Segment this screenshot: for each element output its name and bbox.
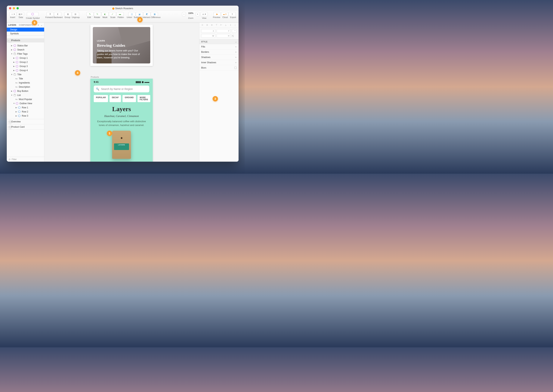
scale-button[interactable]: ⤢ bbox=[109, 12, 116, 16]
group-button[interactable]: ⊞ bbox=[64, 12, 71, 16]
layer-filter-tags[interactable]: ▼Filter Tags bbox=[7, 52, 44, 56]
preview-button[interactable]: ▶ bbox=[213, 12, 221, 16]
align-hcenter-icon[interactable]: ⊪ bbox=[206, 24, 209, 27]
export-button[interactable]: ⇪ bbox=[229, 12, 236, 16]
layer-group-1[interactable]: ▶Group 1 bbox=[7, 56, 44, 60]
difference-button[interactable]: ◨ bbox=[151, 12, 158, 16]
layer-ingredients[interactable]: AaIngredients bbox=[7, 81, 44, 85]
fills-row[interactable]: Fills+ bbox=[199, 44, 239, 49]
hero-title: Brewing Guides bbox=[97, 43, 146, 48]
layer-description[interactable]: AaDescription bbox=[7, 85, 44, 89]
page-design[interactable]: Design bbox=[7, 28, 44, 32]
zoom-out-button[interactable]: − bbox=[182, 12, 186, 16]
blurs-row[interactable]: Blurs bbox=[199, 65, 239, 70]
tab-components[interactable]: COMPONENTS bbox=[19, 24, 33, 26]
layer-product-card[interactable]: ▶Product Card bbox=[7, 124, 44, 130]
create-symbol-button[interactable] bbox=[27, 12, 38, 16]
chip-popular[interactable]: POPULAR bbox=[94, 95, 108, 102]
forward-button[interactable]: ⊼ bbox=[47, 12, 54, 16]
edit-button[interactable]: ✎ bbox=[86, 12, 93, 16]
layer-group-2[interactable]: ▶Group 2 bbox=[7, 60, 44, 64]
canvas[interactable]: LEARN Brewing Guides Taking our beans ho… bbox=[44, 23, 199, 162]
align-left-icon[interactable]: ⊩ bbox=[201, 24, 204, 27]
mask-button[interactable]: ◐ bbox=[101, 12, 109, 16]
status-time: 9:41 bbox=[94, 81, 99, 83]
forward-label: Forward bbox=[45, 16, 53, 18]
zoom-in-button[interactable]: + bbox=[196, 12, 199, 16]
layer-row-2[interactable]: ▶Row 2 bbox=[7, 110, 44, 114]
flip-h-icon[interactable]: ⇋ bbox=[232, 34, 234, 38]
tab-layers[interactable]: LAYERS bbox=[8, 24, 16, 26]
difference-label: Difference bbox=[151, 16, 161, 18]
hero-category: LEARN bbox=[97, 40, 146, 42]
chip-decaf[interactable]: DECAF bbox=[109, 95, 121, 102]
collapse-pages-icon[interactable]: ⌄ bbox=[41, 24, 43, 27]
maximize-icon[interactable] bbox=[16, 7, 19, 9]
view-label: View bbox=[202, 17, 206, 19]
ungroup-button[interactable]: ⊟ bbox=[72, 12, 79, 16]
artboard-label[interactable]: Products bbox=[91, 76, 99, 78]
w-input[interactable]: W bbox=[201, 34, 215, 38]
union-button[interactable]: ◫ bbox=[128, 12, 135, 16]
traffic-lights bbox=[9, 7, 19, 9]
layer-buy-button[interactable]: ▶Buy Button bbox=[7, 89, 44, 93]
add-shadow-icon[interactable]: + bbox=[235, 56, 237, 59]
hero-description: Taking our beans home with you? Our guid… bbox=[97, 49, 144, 59]
backward-button[interactable]: ⊻ bbox=[54, 12, 61, 16]
artboard-products[interactable]: 9:41 ▮▮▮▮ ◉ ▬▬ 🔍 Search by Name or Regio… bbox=[90, 79, 153, 162]
y-input[interactable]: Y bbox=[217, 29, 231, 33]
layer-search[interactable]: ▶Search bbox=[7, 48, 44, 52]
add-border-icon[interactable]: + bbox=[235, 50, 237, 54]
borders-row[interactable]: Borders+ bbox=[199, 49, 239, 55]
subtract-button[interactable]: ◪ bbox=[136, 12, 143, 16]
layer-title-text[interactable]: AaTitle bbox=[7, 77, 44, 81]
inspector: ⊩ ⊪ ⊫ ⊤ ⊢ ⊥ ⫴ ⫶ X Y ° W H ⇋ STYLE⌄ Fills… bbox=[199, 23, 239, 162]
x-input[interactable]: X bbox=[201, 29, 215, 33]
distribute-v-icon[interactable]: ⫶ bbox=[234, 24, 236, 27]
coord-inputs: X Y ° W H ⇋ bbox=[199, 28, 239, 39]
style-header[interactable]: STYLE⌄ bbox=[199, 39, 239, 44]
layer-row-1[interactable]: ▶Row 1 bbox=[7, 105, 44, 110]
align-right-icon[interactable]: ⊫ bbox=[211, 24, 213, 27]
pages-button[interactable]: ▤ ▾ bbox=[17, 12, 24, 16]
chip-more-filters[interactable]: MORE FILTERS bbox=[137, 95, 150, 102]
angle-input[interactable]: ° bbox=[232, 29, 237, 33]
align-vcenter-icon[interactable]: ⊢ bbox=[220, 24, 223, 27]
layer-most-popular[interactable]: AaMost Popular bbox=[7, 97, 44, 101]
add-inner-shadow-icon[interactable]: + bbox=[235, 61, 237, 64]
align-tools: ⊩ ⊪ ⊫ ⊤ ⊢ ⊥ ⫴ ⫶ bbox=[199, 23, 239, 28]
add-blur-icon[interactable] bbox=[234, 67, 237, 69]
layer-title-group[interactable]: ▼Title bbox=[7, 72, 44, 77]
chip-ground[interactable]: GROUND bbox=[122, 95, 136, 102]
layer-status-bar[interactable]: ▶Status Bar bbox=[7, 43, 44, 48]
rotate-button[interactable]: ↻ bbox=[94, 12, 101, 16]
shadows-row[interactable]: Shadows+ bbox=[199, 55, 239, 60]
layer-products[interactable]: ▼Products bbox=[7, 38, 44, 42]
insert-button[interactable]: ＋ ▾ bbox=[9, 12, 16, 16]
artboard-hero[interactable]: LEARN Brewing Guides Taking our beans ho… bbox=[90, 25, 153, 66]
layer-outline-view[interactable]: ▼Outline View bbox=[7, 101, 44, 105]
page-symbols[interactable]: Symbols bbox=[7, 32, 44, 35]
layer-row-3[interactable]: ▶Row 3 bbox=[7, 114, 44, 118]
align-bottom-icon[interactable]: ⊥ bbox=[225, 24, 227, 27]
view-button[interactable]: ▭ ▾ bbox=[201, 12, 208, 16]
layer-list[interactable]: ▼List bbox=[7, 93, 44, 97]
intersect-button[interactable]: ◩ bbox=[143, 12, 150, 16]
filter-input[interactable]: ⊙Filter bbox=[7, 157, 44, 162]
h-input[interactable]: H bbox=[217, 34, 231, 38]
flatten-button[interactable]: ▬ bbox=[116, 12, 124, 16]
close-icon[interactable] bbox=[9, 7, 11, 9]
cloud-button[interactable]: ☁ ▾ bbox=[221, 12, 228, 16]
layer-group-4[interactable]: ▶Group 4 bbox=[7, 68, 44, 72]
add-page-icon[interactable]: + bbox=[38, 24, 39, 27]
minimize-icon[interactable] bbox=[13, 7, 15, 9]
layer-group-3[interactable]: ▶Group 3 bbox=[7, 64, 44, 68]
callout-1: 1 bbox=[107, 131, 112, 136]
intersect-label: Intersect bbox=[142, 16, 151, 18]
layer-overview[interactable]: ▶Overview bbox=[7, 119, 44, 124]
align-top-icon[interactable]: ⊤ bbox=[215, 24, 218, 27]
add-fill-icon[interactable]: + bbox=[235, 45, 237, 48]
distribute-h-icon[interactable]: ⫴ bbox=[229, 24, 232, 27]
search-field[interactable]: 🔍 Search by Name or Region bbox=[94, 86, 149, 92]
inner-shadows-row[interactable]: Inner Shadows+ bbox=[199, 60, 239, 65]
